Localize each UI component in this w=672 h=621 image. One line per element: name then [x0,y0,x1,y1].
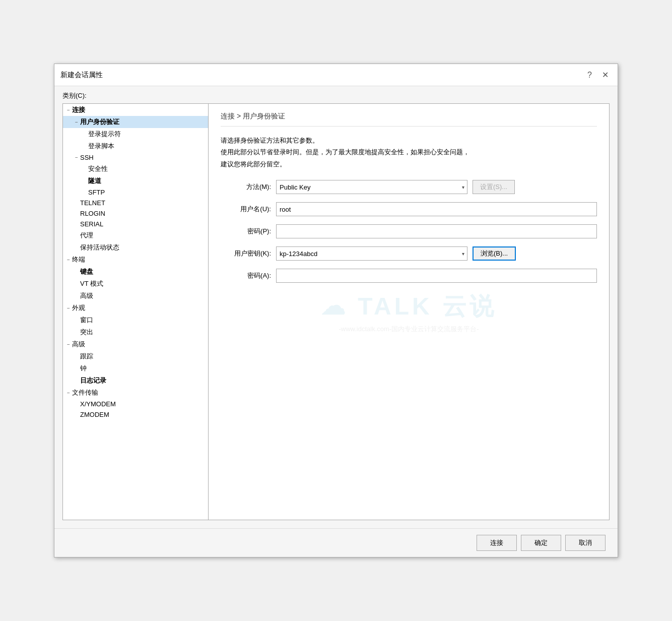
password-label: 密码(P): [221,227,276,236]
password-input[interactable] [276,224,597,238]
tree-item-bell[interactable]: 钟 [63,362,208,375]
tree-item-label: 键盘 [80,267,93,276]
tree-item-label: 登录脚本 [88,142,114,151]
tree-item-advanced2[interactable]: −高级 [63,338,208,350]
tree-expand-icon: − [65,107,72,113]
connect-button[interactable]: 连接 [477,535,517,551]
category-label: 类别(C): [54,86,618,103]
close-button[interactable]: ✕ [599,69,612,81]
user-key-select[interactable]: kp-1234abcd [276,246,467,261]
tree-item-label: SERIAL [80,220,103,228]
tree-item-label: 代理 [80,231,93,240]
tree-item-keyboard[interactable]: 键盘 [63,266,208,278]
tree-expand-icon: − [65,342,72,347]
dialog: 新建会话属性 ? ✕ 类别(C): −连接−用户身份验证登录提示符登录脚本−SS… [54,64,618,557]
tree-item-label: X/YMODEM [80,400,116,408]
cancel-button[interactable]: 取消 [565,535,606,551]
tree-item-login-script[interactable]: 登录脚本 [63,140,208,152]
desc-line1: 请选择身份验证方法和其它参数。 [221,135,597,146]
description: 请选择身份验证方法和其它参数。 使用此部分以节省登录时间。但是，为了最大限度地提… [221,135,597,170]
passphrase-row: 密码(A): [221,269,597,283]
tree-item-label: SSH [80,154,94,161]
tree-item-label: 外观 [72,303,85,313]
tree-expand-icon: − [65,390,72,396]
tree-item-user-auth[interactable]: −用户身份验证 [63,116,208,128]
tree-item-label: 保持活动状态 [80,243,119,252]
user-key-row: 用户密钥(K): kp-1234abcd ▾ 浏览(B)... [221,246,597,261]
tree-item-label: 窗口 [80,316,93,325]
tree-item-advanced[interactable]: 高级 [63,290,208,302]
tree-item-label: TELNET [80,199,105,207]
tree-item-proxy[interactable]: 代理 [63,229,208,241]
tree-item-sftp[interactable]: SFTP [63,187,208,198]
tree-item-label: VT 模式 [80,279,103,288]
tree-item-highlight[interactable]: 突出 [63,326,208,338]
tree-item-label: 文件传输 [72,388,98,397]
tree-item-label: 钟 [80,364,87,373]
tree-item-label: 安全性 [88,164,108,173]
watermark: ☁ TALK 云说 -www.idctalk.com-国内专业云计算交流服务平台… [321,290,497,334]
tree-item-label: 高级 [72,340,85,349]
tree-item-window[interactable]: 窗口 [63,314,208,326]
user-key-label: 用户密钥(K): [221,249,276,258]
tree-item-security[interactable]: 安全性 [63,163,208,175]
browse-button[interactable]: 浏览(B)... [473,246,516,261]
tree-item-label: ZMODEM [80,411,109,418]
tree-item-login-prompt[interactable]: 登录提示符 [63,128,208,140]
ok-button[interactable]: 确定 [521,535,561,551]
passphrase-label: 密码(A): [221,271,276,280]
tree-item-label: 终端 [72,255,85,264]
tree-item-file-transfer[interactable]: −文件传输 [63,387,208,399]
tree-item-tunnel[interactable]: 隧道 [63,175,208,187]
username-label: 用户名(U): [221,205,276,214]
desc-line2: 使用此部分以节省登录时间。但是，为了最大限度地提高安全性，如果担心安全问题， [221,146,597,158]
tree-item-connection[interactable]: −连接 [63,104,208,116]
tree-item-xymodem[interactable]: X/YMODEM [63,399,208,409]
tree-item-label: 高级 [80,291,93,300]
help-button[interactable]: ? [584,70,595,81]
tree-item-ssh[interactable]: −SSH [63,152,208,163]
method-select[interactable]: Public KeyPasswordKeyboard InteractiveGS… [276,180,467,194]
tree-item-label: 登录提示符 [88,130,121,139]
tree-expand-icon: − [73,155,80,160]
dialog-title: 新建会话属性 [60,71,103,80]
title-bar: 新建会话属性 ? ✕ [54,64,618,86]
tree-item-rlogin[interactable]: RLOGIN [63,208,208,219]
tree-item-telnet[interactable]: TELNET [63,198,208,208]
dialog-body: −连接−用户身份验证登录提示符登录脚本−SSH安全性隧道SFTPTELNETRL… [54,103,618,528]
method-row: 方法(M): Public KeyPasswordKeyboard Intera… [221,180,597,194]
tree-expand-icon: − [65,305,72,311]
method-label: 方法(M): [221,182,276,192]
user-key-select-wrapper: kp-1234abcd ▾ [276,246,467,261]
dialog-footer: 连接 确定 取消 [54,528,618,557]
tree-item-label: 用户身份验证 [80,117,119,127]
username-input[interactable] [276,202,597,216]
tree-item-label: 跟踪 [80,352,93,361]
tree-item-trace[interactable]: 跟踪 [63,350,208,362]
username-row: 用户名(U): [221,202,597,216]
breadcrumb: 连接 > 用户身份验证 [221,112,597,127]
tree-item-terminal[interactable]: −终端 [63,254,208,266]
tree-item-label: 突出 [80,328,93,337]
tree-item-label: RLOGIN [80,210,105,217]
tree-item-label: 日志记录 [80,376,106,385]
watermark-logo: ☁ TALK 云说 [321,290,497,323]
tree-item-appearance[interactable]: −外观 [63,302,208,314]
title-controls: ? ✕ [584,69,612,81]
tree-item-log[interactable]: 日志记录 [63,375,208,387]
password-row: 密码(P): [221,224,597,238]
passphrase-input[interactable] [276,269,597,283]
right-panel: ☁ TALK 云说 -www.idctalk.com-国内专业云计算交流服务平台… [209,103,610,520]
settings-button[interactable]: 设置(S)... [473,180,515,194]
watermark-sub: -www.idctalk.com-国内专业云计算交流服务平台- [321,325,497,334]
tree-item-zmodem[interactable]: ZMODEM [63,409,208,420]
method-select-wrapper: Public KeyPasswordKeyboard InteractiveGS… [276,180,467,194]
tree-panel: −连接−用户身份验证登录提示符登录脚本−SSH安全性隧道SFTPTELNETRL… [62,103,209,520]
tree-item-vt-mode[interactable]: VT 模式 [63,278,208,290]
tree-item-label: 隧道 [88,176,101,185]
tree-item-keepalive[interactable]: 保持活动状态 [63,241,208,254]
desc-line3: 建议您将此部分留空。 [221,158,597,170]
tree-item-label: SFTP [88,189,105,196]
tree-expand-icon: − [65,257,72,263]
tree-item-serial[interactable]: SERIAL [63,219,208,229]
